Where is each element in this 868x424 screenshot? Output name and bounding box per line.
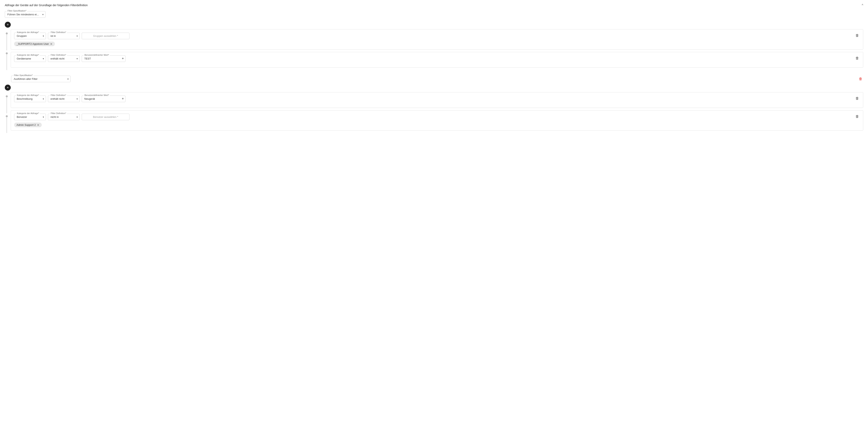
group1-filter2-row: Kategorie der Abfrage* Gruppen Gerätenam… bbox=[14, 55, 860, 62]
group2-f1-benutzerwert-input[interactable] bbox=[82, 95, 125, 102]
group2-f2-value-placeholder[interactable]: Benutzer auswählen * bbox=[82, 114, 129, 120]
group1: + Kategorie der Abfrage* bbox=[5, 22, 863, 70]
group1-f1-value-placeholder[interactable]: Gruppen auswählen * bbox=[82, 33, 129, 39]
group1-timeline bbox=[5, 29, 9, 70]
group2-f2-definition-label: Filter Definition* bbox=[50, 112, 67, 114]
filter-spec-middle-delete-button[interactable]: 🗑 bbox=[858, 76, 863, 82]
group2-f1-delete-icon: 🗑 bbox=[856, 96, 859, 101]
group1-line bbox=[6, 34, 7, 50]
group1-f2-kategorie-label: Kategorie der Abfrage* bbox=[16, 54, 40, 56]
filter-spec-top-label: Filter-Spezifikation* bbox=[7, 9, 27, 12]
collapse-icon[interactable]: ^ bbox=[862, 4, 863, 7]
group2-f1-input-wrapper: + bbox=[82, 95, 125, 102]
group1-tag1: _SUPPORT2 Appstore User ✕ bbox=[14, 41, 55, 46]
group2-filter2-block: Kategorie der Abfrage* Gruppen Gerätenam… bbox=[11, 110, 863, 131]
group2-filter1-fields: Kategorie der Abfrage* Gruppen Gerätenam… bbox=[14, 95, 853, 102]
group1-f1-definition-label: Filter Definition* bbox=[50, 31, 67, 33]
group2-dot1 bbox=[6, 95, 8, 97]
group2-f1-benutzerwert-label: Benutzerdefinierter Wert* bbox=[84, 94, 110, 96]
group2-layout: Kategorie der Abfrage* Gruppen Gerätenam… bbox=[5, 92, 863, 133]
group2-f1-kategorie-label: Kategorie der Abfrage* bbox=[16, 94, 40, 96]
group1-f2-benutzerwert-wrapper: Benutzerdefinierter Wert* + bbox=[82, 55, 125, 62]
group1-f2-delete-icon: 🗑 bbox=[856, 56, 859, 60]
group2-f1-delete-button[interactable]: 🗑 bbox=[855, 95, 860, 101]
group2-f2-definition-select[interactable]: ist in nicht in enthält enthält nicht bbox=[48, 114, 80, 120]
group1-add-button[interactable]: + bbox=[5, 22, 11, 28]
group1-dot2 bbox=[6, 52, 8, 54]
group1-f1-value-wrapper: Gruppen auswählen * bbox=[82, 33, 129, 39]
group1-f2-add-value-btn[interactable]: + bbox=[122, 57, 124, 61]
group2-line2 bbox=[6, 117, 7, 133]
group1-f1-kategorie-label: Kategorie der Abfrage* bbox=[16, 31, 40, 33]
group2-add-button[interactable]: + bbox=[5, 85, 11, 91]
group1-filter1-block: Kategorie der Abfrage* Gruppen Gerätenam… bbox=[11, 29, 863, 50]
group1-f2-delete-button[interactable]: 🗑 bbox=[855, 55, 860, 61]
group1-line2 bbox=[6, 54, 7, 70]
group2-f1-add-value-btn[interactable]: + bbox=[122, 97, 124, 101]
group2-f1-definition-wrapper: Filter Definition* ist in ist nicht in e… bbox=[48, 95, 80, 102]
group1-f2-kategorie-select[interactable]: Gruppen Gerätename Beschreibung Benutzer bbox=[14, 55, 46, 62]
group1-filter2-block: Kategorie der Abfrage* Gruppen Gerätenam… bbox=[11, 52, 863, 68]
group1-f1-definition-wrapper: Filter Definition* ist in ist nicht in e… bbox=[48, 33, 80, 39]
group1-f1-delete-button[interactable]: 🗑 bbox=[855, 33, 860, 38]
group2-filter2-row: Kategorie der Abfrage* Gruppen Gerätenam… bbox=[14, 114, 860, 120]
group2-f2-delete-icon: 🗑 bbox=[856, 114, 859, 119]
page-title: Abfrage der Geräte auf der Grundlage der… bbox=[5, 4, 88, 7]
group1-dot1 bbox=[6, 32, 8, 34]
group1-filter1-fields: Kategorie der Abfrage* Gruppen Gerätenam… bbox=[14, 33, 853, 39]
group2-f2-delete-button[interactable]: 🗑 bbox=[855, 114, 860, 119]
filter-spec-middle-delete-icon: 🗑 bbox=[859, 77, 862, 81]
group2-f2-definition-wrapper: Filter Definition* ist in nicht in enthä… bbox=[48, 114, 80, 120]
group2-tag1: Admin Support 2 ✕ bbox=[14, 123, 42, 127]
filter-spec-top-container: Filter-Spezifikation* Führen Sie mindest… bbox=[5, 11, 863, 18]
group1-tag1-remove[interactable]: ✕ bbox=[50, 43, 53, 46]
group2-tag1-label: Admin Support 2 bbox=[17, 123, 36, 126]
group1-f1-delete-icon: 🗑 bbox=[856, 33, 859, 38]
filter-spec-middle-label: Filter-Spezifikation* bbox=[13, 74, 34, 77]
group2-filter2-fields: Kategorie der Abfrage* Gruppen Gerätenam… bbox=[14, 114, 853, 120]
group2: + Kategorie der Abfrage* bbox=[5, 85, 863, 133]
group2-f2-kategorie-select[interactable]: Gruppen Gerätename Beschreibung Benutzer bbox=[14, 114, 46, 120]
group2-f1-benutzerwert-wrapper: Benutzerdefinierter Wert* + bbox=[82, 95, 125, 102]
filter-spec-middle-select[interactable]: Führen Sie mindestens eine Bedingung aus… bbox=[11, 76, 70, 82]
group1-f2-definition-wrapper: Filter Definition* ist in ist nicht in e… bbox=[48, 55, 80, 62]
group2-filter1-row: Kategorie der Abfrage* Gruppen Gerätenam… bbox=[14, 95, 860, 102]
group1-f1-tags: _SUPPORT2 Appstore User ✕ bbox=[14, 41, 860, 46]
group2-filters: Kategorie der Abfrage* Gruppen Gerätenam… bbox=[11, 92, 863, 133]
group1-f2-definition-label: Filter Definition* bbox=[50, 54, 67, 56]
filter-spec-top-select[interactable]: Führen Sie mindestens ei... Ausführen al… bbox=[5, 11, 45, 18]
group2-f2-kategorie-wrapper: Kategorie der Abfrage* Gruppen Gerätenam… bbox=[14, 114, 46, 120]
group1-filter1-row: Kategorie der Abfrage* Gruppen Gerätenam… bbox=[14, 33, 860, 39]
group1-f2-benutzerwert-input[interactable] bbox=[82, 55, 125, 62]
group1-f2-benutzerwert-label: Benutzerdefinierter Wert* bbox=[84, 54, 110, 56]
filter-spec-middle-row: Filter-Spezifikation* Führen Sie mindest… bbox=[11, 76, 863, 82]
group2-f1-kategorie-wrapper: Kategorie der Abfrage* Gruppen Gerätenam… bbox=[14, 95, 46, 102]
filter-spec-top-wrapper: Filter-Spezifikation* Führen Sie mindest… bbox=[5, 11, 45, 18]
group2-tag1-remove[interactable]: ✕ bbox=[37, 123, 39, 126]
group1-f1-definition-select[interactable]: ist in ist nicht in enthält enthält nich… bbox=[48, 33, 80, 39]
group2-f2-value-wrapper: Benutzer auswählen * bbox=[82, 114, 129, 120]
filter-spec-middle-container: Filter-Spezifikation* Führen Sie mindest… bbox=[5, 73, 863, 85]
group1-filters: Kategorie der Abfrage* Gruppen Gerätenam… bbox=[11, 29, 863, 70]
group1-f1-kategorie-wrapper: Kategorie der Abfrage* Gruppen Gerätenam… bbox=[14, 33, 46, 39]
group1-f1-kategorie-select[interactable]: Gruppen Gerätename Beschreibung Benutzer bbox=[14, 33, 46, 39]
group2-filter1-block: Kategorie der Abfrage* Gruppen Gerätenam… bbox=[11, 92, 863, 108]
group2-f2-kategorie-label: Kategorie der Abfrage* bbox=[16, 112, 40, 114]
group1-tag1-label: _SUPPORT2 Appstore User bbox=[17, 43, 49, 46]
group2-f1-kategorie-select[interactable]: Gruppen Gerätename Beschreibung Benutzer bbox=[14, 95, 46, 102]
filter-spec-middle-wrapper: Filter-Spezifikation* Führen Sie mindest… bbox=[11, 76, 70, 82]
group2-f1-definition-select[interactable]: ist in ist nicht in enthält enthält nich… bbox=[48, 95, 80, 102]
group1-f2-input-wrapper: + bbox=[82, 55, 125, 62]
page-header: Abfrage der Geräte auf der Grundlage der… bbox=[5, 4, 863, 7]
group1-filter2-fields: Kategorie der Abfrage* Gruppen Gerätenam… bbox=[14, 55, 853, 62]
group1-f2-definition-select[interactable]: ist in ist nicht in enthält enthält nich… bbox=[48, 55, 80, 62]
group2-line1 bbox=[6, 97, 7, 113]
group2-f1-definition-label: Filter Definition* bbox=[50, 94, 67, 96]
group2-timeline bbox=[5, 92, 9, 133]
group2-dot2 bbox=[6, 115, 8, 117]
group2-f2-tags: Admin Support 2 ✕ bbox=[14, 123, 860, 127]
group1-f2-kategorie-wrapper: Kategorie der Abfrage* Gruppen Gerätenam… bbox=[14, 55, 46, 62]
